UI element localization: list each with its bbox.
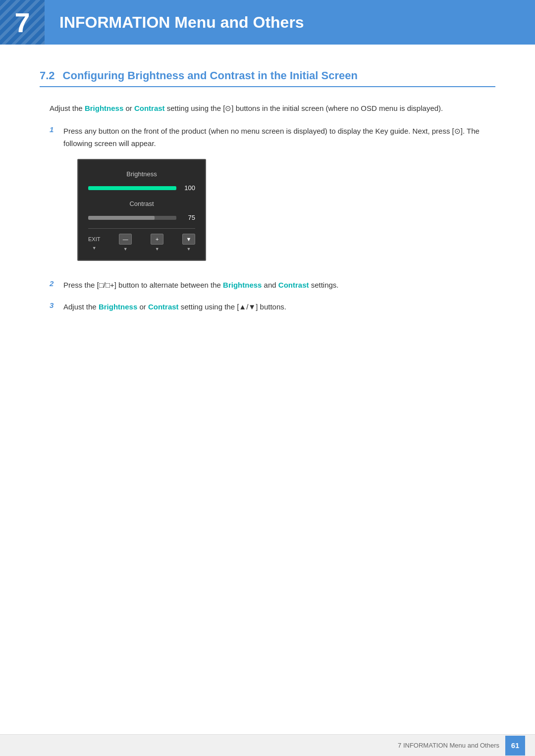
step-2-text1: Press the [□/□+] button to alternate bet…: [63, 281, 223, 289]
step-1-symbol: ⊙: [454, 127, 461, 135]
footer-text: 7 INFORMATION Menu and Others: [398, 742, 499, 749]
intro-text-part2: or: [123, 104, 134, 112]
osd-btn2-col: + ▼: [151, 234, 163, 253]
step-3-brightness: Brightness: [99, 302, 137, 311]
step-2-contrast: Contrast: [278, 281, 309, 289]
step-2-text3: settings.: [309, 281, 338, 289]
section-title: Configuring Brightness and Contrast in t…: [63, 69, 358, 82]
intro-text-part3: setting using the [: [165, 104, 225, 112]
brightness-keyword: Brightness: [85, 104, 123, 112]
step-3-content: Adjust the Brightness or Contrast settin…: [63, 301, 495, 313]
step-3: 3 Adjust the Brightness or Contrast sett…: [50, 301, 495, 313]
osd-btn1-col: — ▼: [119, 234, 132, 253]
contrast-keyword: Contrast: [134, 104, 165, 112]
osd-brightness-bar-bg: [88, 186, 176, 190]
osd-btn3-col: ▼ ▼: [182, 234, 195, 253]
chapter-title: INFORMATION Menu and Others: [59, 13, 304, 32]
osd-exit-arrow: ▼: [92, 245, 97, 252]
section-number: 7.2: [40, 69, 55, 82]
step-1: 1 Press any button on the front of the p…: [50, 125, 495, 270]
step-3-text2: or: [137, 302, 148, 311]
osd-brightness-row: 100: [88, 183, 195, 194]
osd-brightness-value: 100: [181, 183, 195, 194]
footer-page-number: 61: [505, 736, 525, 756]
osd-btn1-arrow: ▼: [123, 246, 128, 253]
intro-paragraph: Adjust the Brightness or Contrast settin…: [50, 102, 495, 115]
step-3-number: 3: [50, 301, 63, 309]
step-2-content: Press the [□/□+] button to alternate bet…: [63, 279, 495, 292]
button-symbol: ⊙: [225, 104, 231, 112]
page-footer: 7 INFORMATION Menu and Others 61: [0, 734, 535, 756]
step-2-brightness: Brightness: [223, 281, 262, 289]
osd-bottom-row: EXIT ▼ — ▼ + ▼ ▼ ▼: [88, 234, 195, 253]
step-2: 2 Press the [□/□+] button to alternate b…: [50, 279, 495, 292]
osd-contrast-row: 75: [88, 212, 195, 223]
step-1-content: Press any button on the front of the pro…: [63, 125, 495, 270]
osd-contrast-label: Contrast: [88, 199, 195, 209]
osd-screen-diagram: Brightness 100 Contrast 75: [77, 159, 206, 261]
intro-text-part1: Adjust the: [50, 104, 85, 112]
step-2-number: 2: [50, 279, 63, 288]
step-2-text2: and: [262, 281, 278, 289]
intro-text-part4: ] buttons in the initial screen (where n…: [231, 104, 443, 112]
osd-btn2: +: [151, 234, 163, 245]
osd-brightness-label: Brightness: [88, 169, 195, 180]
step-3-text1: Adjust the: [63, 302, 99, 311]
step-3-contrast: Contrast: [148, 302, 179, 311]
section-heading: 7.2 Configuring Brightness and Contrast …: [40, 69, 495, 87]
chapter-number: 7: [14, 6, 30, 39]
step-1-text: Press any button on the front of the pro…: [63, 127, 454, 135]
chapter-number-box: 7: [0, 0, 45, 45]
osd-btn2-arrow: ▼: [155, 246, 160, 253]
header-banner: 7 INFORMATION Menu and Others: [0, 0, 535, 45]
osd-exit-label: EXIT: [88, 235, 100, 244]
step-1-number: 1: [50, 125, 63, 134]
osd-contrast-bar-fill: [88, 216, 155, 220]
osd-brightness-bar-fill: [88, 186, 176, 190]
main-content: 7.2 Configuring Brightness and Contrast …: [0, 45, 535, 361]
osd-contrast-value: 75: [181, 212, 195, 223]
osd-btn3-arrow: ▼: [187, 246, 191, 253]
osd-exit-col: EXIT ▼: [88, 235, 100, 252]
steps-list: 1 Press any button on the front of the p…: [50, 125, 495, 313]
osd-btn1: —: [119, 234, 132, 245]
osd-btn3: ▼: [182, 234, 195, 245]
step-3-text3: setting using the [▲/▼] buttons.: [179, 302, 286, 311]
osd-contrast-bar-bg: [88, 216, 176, 220]
osd-divider: [88, 228, 195, 229]
